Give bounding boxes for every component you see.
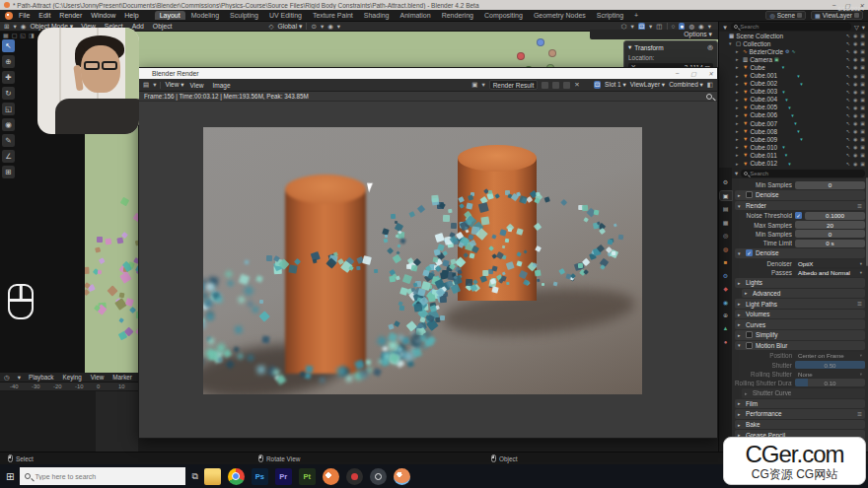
select-box-tool[interactable]: ↖ [2, 39, 15, 52]
proportional-dropdown-icon[interactable]: ▾ [337, 23, 340, 31]
denoise-checkbox[interactable]: ✓ [746, 249, 753, 256]
outliner-row-béziercircle[interactable]: ▸∿BézierCircle⚙∿↖◉▣ [719, 47, 868, 55]
selectable-icon[interactable]: ↖ [846, 56, 850, 62]
expand-icon[interactable]: ▸ [736, 144, 741, 150]
new-scene-icon[interactable] [797, 13, 802, 18]
render-canvas[interactable] [139, 102, 717, 438]
panel-film[interactable]: ▸Film [735, 399, 865, 409]
properties-tab-material[interactable]: ● [720, 337, 732, 346]
properties-tab-tool[interactable]: ⚙ [720, 177, 732, 186]
taskbar-app-recorder[interactable] [346, 468, 363, 485]
editor-corner-icon[interactable]: ▦ [3, 32, 9, 38]
expand-icon[interactable]: ▸ [736, 161, 741, 167]
transform-tool[interactable]: ◉ [2, 118, 15, 131]
motion-blur-checkbox[interactable] [746, 342, 753, 349]
denoise-checkbox[interactable] [746, 191, 753, 198]
selectable-icon[interactable]: ↖ [846, 48, 850, 54]
expand-icon[interactable]: ▸ [736, 64, 741, 70]
expand-icon[interactable]: ▸ [736, 97, 741, 103]
properties-tab-modifiers[interactable]: ⚙ [720, 271, 732, 280]
workspace-tab-+[interactable]: + [629, 11, 643, 20]
task-view-icon[interactable]: ⧉ [191, 471, 197, 482]
panel-advanced[interactable]: ▸Advanced [742, 289, 865, 299]
selectable-icon[interactable]: ↖ [846, 33, 850, 38]
panel-shutter-curve[interactable]: ▸Shutter Curve [742, 388, 865, 398]
shutter-field[interactable]: 0.50 [795, 361, 865, 369]
render-visibility-icon[interactable]: ▣ [860, 73, 865, 79]
properties-tab-world[interactable]: ◍ [720, 244, 732, 253]
workspace-tab-layout[interactable]: Layout [155, 11, 185, 20]
expand-icon[interactable]: ▸ [736, 120, 741, 126]
taskbar-app-camera[interactable] [370, 468, 387, 485]
eye-icon[interactable]: ◉ [853, 105, 857, 110]
render-visibility-icon[interactable]: ▣ [860, 128, 865, 134]
outliner-options-icon[interactable]: ▾ [862, 24, 865, 31]
eye-icon[interactable]: ◉ [853, 33, 857, 38]
min-samples-field[interactable]: 0 [795, 181, 865, 189]
annotate-tool[interactable]: ✎ [2, 134, 15, 147]
selectable-icon[interactable]: ↖ [846, 161, 850, 167]
selectable-icon[interactable]: ↖ [846, 152, 850, 158]
minimize-icon[interactable]: – [832, 2, 835, 9]
render-window-titlebar[interactable]: Blender Render – ▢ ✕ [139, 68, 717, 79]
properties-tab-render[interactable]: ▣ [720, 191, 732, 200]
open-image-icon[interactable] [552, 82, 559, 89]
outliner-search[interactable]: Search [731, 23, 851, 31]
selectable-icon[interactable]: ↖ [846, 64, 850, 70]
selectable-icon[interactable]: ↖ [846, 89, 850, 95]
image-menu-view[interactable]: View [189, 82, 203, 89]
measure-tool[interactable]: ∠ [2, 150, 15, 163]
taskbar-app-premiere[interactable]: Pr [275, 468, 292, 485]
outliner-row-camera[interactable]: ▸▥Camera▣↖◉▣ [719, 55, 868, 63]
eye-icon[interactable]: ◉ [853, 136, 857, 142]
menu-window[interactable]: Window [91, 12, 115, 19]
eye-icon[interactable]: ◉ [853, 56, 857, 62]
expand-icon[interactable]: ▸ [736, 73, 741, 79]
render-display-icon[interactable]: ⊡ [594, 81, 601, 89]
taskbar-app-file-explorer[interactable] [204, 468, 221, 485]
render-visibility-icon[interactable]: ▣ [860, 112, 865, 118]
eye-icon[interactable]: ◉ [853, 73, 857, 79]
panel-performance[interactable]: ▸Performance☰ [735, 409, 865, 419]
eye-icon[interactable]: ◉ [853, 120, 857, 126]
panel-denoise[interactable]: ▾✓Denoise [735, 248, 865, 258]
outliner-row-cube-007[interactable]: ▸▼Cube.007▾↖◉▣ [719, 119, 868, 127]
render-visibility-icon[interactable]: ▣ [860, 97, 865, 103]
snap-magnet-icon[interactable]: ⊙ [311, 23, 316, 31]
gizmo-x-axis[interactable] [517, 52, 525, 60]
selectable-icon[interactable]: ↖ [846, 112, 850, 118]
selectable-icon[interactable]: ↖ [846, 73, 850, 79]
selectable-icon[interactable]: ↖ [846, 120, 850, 126]
taskbar-search[interactable] [20, 467, 185, 485]
passes-dropdown[interactable]: Albedo and Normal▾ [795, 269, 865, 277]
render-visibility-icon[interactable]: ▣ [860, 120, 865, 126]
outliner-row-cube-002[interactable]: ▸▼Cube.002▾↖◉▣ [719, 80, 868, 88]
render-visibility-icon[interactable]: ▣ [860, 48, 865, 54]
timeline-menu-keying[interactable]: Keying [63, 374, 82, 381]
taskbar-search-input[interactable] [35, 473, 163, 480]
outliner-row-cube-004[interactable]: ▸▼Cube.004▾↖◉▣ [719, 96, 868, 104]
scale-tool[interactable]: ◱ [2, 103, 15, 115]
render-visibility-icon[interactable]: ▣ [860, 40, 865, 46]
render-visibility-icon[interactable]: ▣ [860, 136, 865, 142]
properties-search[interactable]: Search [741, 170, 865, 177]
panel-simplify[interactable]: ▸Simplify [735, 330, 865, 340]
panel-light-paths[interactable]: ▸Light Paths☰ [735, 299, 865, 309]
properties-tab-view-layer[interactable]: ▦ [720, 218, 732, 227]
workspace-tab-scripting[interactable]: Scripting [592, 11, 628, 20]
outliner-row-cube-006[interactable]: ▸▼Cube.006▾↖◉▣ [719, 111, 868, 119]
display-channels-icon[interactable]: ◧ [707, 81, 713, 89]
render-visibility-icon[interactable]: ▣ [860, 64, 865, 70]
unlink-icon[interactable]: ✕ [574, 81, 579, 89]
properties-breadcrumb-icon[interactable]: ▾ [735, 170, 738, 176]
panel-menu-icon[interactable]: ☰ [857, 301, 862, 307]
expand-icon[interactable]: ▸ [736, 128, 741, 134]
outliner-row-cube-005[interactable]: ▸▼Cube.005▾↖◉▣ [719, 104, 868, 111]
eye-icon[interactable]: ◉ [853, 89, 857, 95]
noise-threshold-field[interactable]: 0.1000 [805, 212, 865, 220]
add-cube-tool[interactable]: ⊞ [2, 166, 15, 178]
panel-bake[interactable]: ▸Bake [735, 420, 865, 430]
render-visibility-icon[interactable]: ▣ [860, 152, 865, 158]
denoiser-dropdown[interactable]: OptiX▾ [795, 259, 865, 267]
options-dropdown[interactable]: Options ▾ [684, 31, 712, 38]
